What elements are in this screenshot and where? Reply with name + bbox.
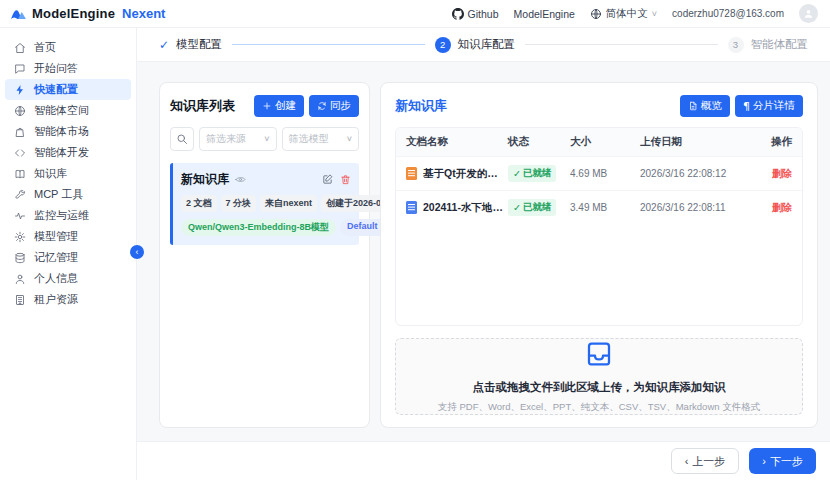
kb-model-tag: Qwen/Qwen3-Embedding-8B模型: [181, 219, 336, 236]
delete-document-link[interactable]: 删除: [772, 168, 792, 179]
pulse-icon: [14, 210, 26, 222]
overview-label: 概览: [701, 99, 722, 113]
sidebar-item-start-qa[interactable]: 开始问答: [5, 58, 131, 79]
delete-kb-icon[interactable]: [340, 174, 351, 185]
top-header: ModelEngineNexent Github ModelEngine 简体中…: [0, 0, 830, 28]
next-step-button[interactable]: › 下一步: [749, 448, 816, 474]
kb-detail-title: 新知识库: [395, 97, 447, 115]
filter-source-select[interactable]: 筛选来源 ˅: [199, 127, 277, 151]
step-agent-config[interactable]: 3 智能体配置: [728, 37, 809, 53]
upload-dropzone[interactable]: 点击或拖拽文件到此区域上传，为知识库添加知识 支持 PDF、Word、Excel…: [395, 338, 803, 415]
sync-kb-button[interactable]: 同步: [309, 95, 359, 117]
document-date: 2026/3/16 22:08:11: [640, 202, 756, 213]
header-nav: Github ModelEngine 简体中文 ˅ coderzhu0728@1…: [452, 4, 818, 23]
sidebar-item-personal-info[interactable]: 个人信息: [5, 268, 131, 289]
upload-main-text: 点击或拖拽文件到此区域上传，为知识库添加知识: [473, 380, 726, 395]
docx-file-icon: [406, 201, 417, 214]
document-name: 基于Qt开发的轻量级本地音乐播放器.pptx: [423, 167, 508, 181]
sidebar-item-model-mgmt[interactable]: 模型管理: [5, 226, 131, 247]
avatar[interactable]: [799, 4, 818, 23]
document-table: 文档名称 状态 大小 上传日期 操作 基于Qt开发的轻量级本地音乐播放器.ppt…: [395, 127, 803, 326]
document-size: 3.49 MB: [570, 202, 640, 213]
filter-model-placeholder: 筛选模型: [289, 132, 329, 146]
user-icon: [14, 273, 26, 285]
col-header-size: 大小: [570, 135, 640, 149]
sidebar-item-label: 快速配置: [34, 82, 78, 97]
table-header-row: 文档名称 状态 大小 上传日期 操作: [396, 128, 802, 156]
sidebar-item-tenant-resources[interactable]: 租户资源: [5, 289, 131, 310]
col-header-action: 操作: [756, 135, 792, 149]
check-icon: ✓: [513, 202, 521, 213]
create-kb-button[interactable]: 创建: [254, 95, 304, 117]
step-label: 模型配置: [176, 37, 222, 52]
table-row[interactable]: 基于Qt开发的轻量级本地音乐播放器.pptx ✓已就绪 4.69 MB 2026…: [396, 156, 802, 190]
sidebar-collapse-button[interactable]: ‹: [130, 245, 144, 259]
kb-tag-source: 来自nexent: [260, 195, 317, 212]
code-icon: [14, 147, 26, 159]
col-header-name: 文档名称: [406, 135, 508, 149]
status-badge: ✓已就绪: [508, 199, 556, 216]
nav-github[interactable]: Github: [452, 8, 499, 20]
user-email: coderzhu0728@163.com: [672, 8, 784, 19]
next-step-label: 下一步: [770, 454, 803, 469]
previous-step-button[interactable]: ‹ 上一步: [671, 448, 740, 474]
sidebar-item-label: 租户资源: [34, 292, 78, 307]
sidebar-item-monitoring[interactable]: 监控与运维: [5, 205, 131, 226]
kb-list-item-selected[interactable]: 新知识库: [170, 163, 359, 245]
refresh-icon: [317, 101, 327, 111]
sidebar-item-label: 个人信息: [34, 271, 78, 286]
kb-list-title: 知识库列表: [170, 97, 235, 115]
edit-kb-icon[interactable]: [322, 174, 333, 185]
globe-icon: [14, 105, 26, 117]
pptx-file-icon: [406, 167, 417, 180]
sidebar-item-mcp-tools[interactable]: MCP 工具: [5, 184, 131, 205]
sidebar-item-label: 模型管理: [34, 229, 78, 244]
filter-model-select[interactable]: 筛选模型 ˅: [282, 127, 360, 151]
step-knowledge-config[interactable]: 2 知识库配置: [435, 37, 516, 53]
sidebar-item-agent-dev[interactable]: 智能体开发: [5, 142, 131, 163]
sidebar-item-agent-market[interactable]: 智能体市场: [5, 121, 131, 142]
col-header-status: 状态: [508, 135, 570, 149]
building-icon: [14, 294, 26, 306]
pilcrow-icon: ¶: [743, 101, 750, 112]
overview-button[interactable]: 概览: [680, 95, 730, 117]
chunk-details-button[interactable]: ¶ 分片详情: [735, 95, 803, 117]
sync-kb-label: 同步: [330, 99, 351, 113]
sidebar-item-label: 开始问答: [34, 61, 78, 76]
sidebar: 首页 开始问答 快速配置 智能体空间 智能体市场 智能体开发: [0, 28, 137, 480]
sidebar-item-quick-config[interactable]: 快速配置: [5, 79, 131, 100]
nav-modelengine[interactable]: ModelEngine: [514, 8, 575, 20]
previous-step-label: 上一步: [692, 454, 725, 469]
language-selector[interactable]: 简体中文 ˅: [590, 7, 657, 21]
sidebar-item-agent-space[interactable]: 智能体空间: [5, 100, 131, 121]
document-date: 2026/3/16 22:08:12: [640, 168, 756, 179]
sidebar-item-label: 首页: [34, 40, 56, 55]
chevron-left-icon: ‹: [685, 456, 689, 467]
sidebar-item-memory-mgmt[interactable]: 记忆管理: [5, 247, 131, 268]
kb-tag-chunks: 7 分块: [221, 195, 257, 212]
step-connector: [232, 44, 424, 45]
sidebar-item-label: 智能体市场: [34, 124, 89, 139]
check-icon: ✓: [159, 38, 169, 52]
chunk-details-label: 分片详情: [753, 99, 795, 113]
sidebar-item-label: 监控与运维: [34, 208, 89, 223]
sidebar-item-knowledge-base[interactable]: 知识库: [5, 163, 131, 184]
sidebar-item-home[interactable]: 首页: [5, 37, 131, 58]
brand-logo[interactable]: ModelEngineNexent: [10, 6, 165, 21]
sidebar-item-label: 智能体开发: [34, 145, 89, 160]
user-icon: [803, 8, 814, 19]
chevron-right-icon: ›: [762, 456, 766, 467]
language-label: 简体中文: [606, 7, 648, 21]
search-button[interactable]: [170, 127, 194, 151]
wizard-footer: ‹ 上一步 › 下一步: [137, 441, 830, 480]
chevron-down-icon: ˅: [347, 134, 352, 144]
wrench-icon: [14, 189, 26, 201]
step-connector: [525, 44, 717, 45]
col-header-date: 上传日期: [640, 135, 756, 149]
step-number: 3: [728, 37, 744, 53]
delete-document-link[interactable]: 删除: [772, 202, 792, 213]
step-model-config[interactable]: ✓ 模型配置: [159, 37, 222, 52]
sidebar-item-label: 知识库: [34, 166, 67, 181]
github-icon: [452, 8, 464, 20]
table-row[interactable]: 202411-水下地形测量系统用户说明.docx ✓已就绪 3.49 MB 20…: [396, 190, 802, 224]
